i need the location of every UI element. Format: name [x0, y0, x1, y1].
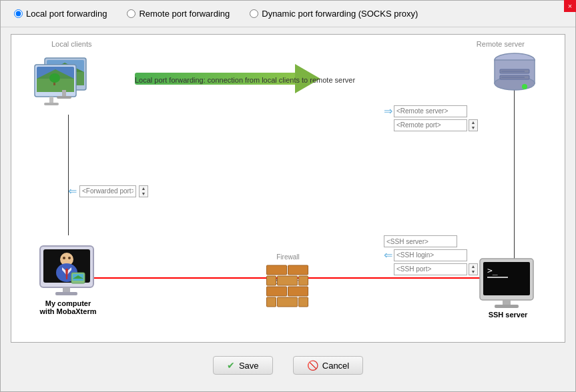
svg-rect-50: [495, 305, 519, 308]
svg-rect-13: [44, 103, 59, 105]
svg-rect-39: [298, 276, 308, 285]
svg-rect-10: [62, 90, 66, 97]
forwarded-port-group: ⇐ ▲ ▼: [68, 185, 148, 197]
local-clients-icon: [31, 55, 98, 115]
save-check-icon: ✔: [227, 360, 235, 371]
ssh-login-row: ⇐: [384, 249, 478, 261]
vertical-line-left: [68, 115, 69, 235]
close-button[interactable]: ×: [564, 0, 576, 12]
remote-input-group: ⇒ ⇒ ▲ ▼: [384, 105, 478, 131]
cancel-icon: 🚫: [307, 360, 318, 371]
svg-rect-42: [266, 297, 276, 307]
svg-rect-33: [63, 287, 70, 293]
firewall-icon: Firewall: [263, 253, 313, 312]
remote-server-row: ⇒: [384, 105, 467, 117]
svg-rect-49: [503, 300, 511, 305]
svg-rect-40: [266, 287, 286, 296]
forwarded-port-spinner[interactable]: ▲ ▼: [139, 185, 148, 197]
radio-local[interactable]: Local port forwarding: [14, 9, 107, 19]
my-computer-svg: [37, 245, 100, 298]
svg-rect-35: [266, 265, 286, 275]
remote-port-up[interactable]: ▲: [469, 120, 477, 125]
ssh-login-input[interactable]: [394, 249, 467, 261]
svg-rect-12: [49, 97, 53, 103]
svg-rect-37: [266, 276, 276, 285]
remote-port-input[interactable]: [394, 119, 467, 131]
diagram-box: Local clients Remote server Local port f…: [11, 34, 565, 343]
svg-rect-44: [298, 297, 308, 307]
arrow-description: Local port forwarding: connection from l…: [135, 76, 355, 84]
forwarded-port-input[interactable]: [79, 185, 136, 197]
ssh-server-label: SSH server: [489, 311, 528, 319]
button-bar: ✔ Save 🚫 Cancel: [11, 349, 565, 385]
ssh-port-up[interactable]: ▲: [469, 264, 477, 269]
svg-text:>_: >_: [487, 265, 498, 275]
save-label: Save: [239, 361, 259, 371]
ssh-server-row: [384, 235, 478, 247]
forwarded-port-up[interactable]: ▲: [139, 186, 148, 191]
ssh-port-down[interactable]: ▼: [469, 269, 477, 275]
remote-server-input[interactable]: [394, 105, 467, 117]
my-computer-icon: My computerwith MobaXterm: [31, 245, 105, 315]
svg-point-19: [522, 84, 527, 89]
svg-rect-43: [277, 297, 297, 307]
my-computer-label: My computerwith MobaXterm: [40, 299, 97, 315]
main-window: × Local port forwarding Remote port forw…: [0, 0, 576, 392]
firewall-svg: [263, 262, 313, 312]
ssh-port-spinner[interactable]: ▲ ▼: [469, 263, 478, 275]
firewall-label: Firewall: [276, 253, 299, 261]
save-button[interactable]: ✔ Save: [213, 356, 273, 375]
svg-rect-41: [288, 287, 308, 296]
local-clients-svg: [31, 55, 98, 111]
ssh-port-row: ⇐ ▲ ▼: [384, 263, 478, 275]
radio-bar: Local port forwarding Remote port forwar…: [1, 1, 575, 27]
label-local-clients: Local clients: [51, 40, 92, 48]
svg-rect-36: [288, 265, 308, 275]
cancel-button[interactable]: 🚫 Cancel: [293, 356, 363, 375]
ssh-server-input[interactable]: [384, 235, 457, 247]
svg-point-9: [49, 73, 60, 83]
remote-server-icon: [488, 48, 541, 108]
svg-point-28: [63, 257, 65, 259]
radio-dynamic[interactable]: Dynamic port forwarding (SOCKS proxy): [250, 9, 418, 19]
svg-point-29: [68, 257, 71, 259]
remote-port-down[interactable]: ▼: [469, 125, 477, 131]
forwarded-port-arrow-icon: ⇐: [68, 185, 77, 197]
ssh-arrow-icon: ⇐: [384, 249, 392, 261]
cancel-label: Cancel: [322, 361, 349, 371]
remote-port-row: ⇒ ▲ ▼: [384, 119, 478, 131]
svg-rect-34: [55, 292, 77, 295]
remote-server-svg: [488, 48, 541, 98]
svg-rect-11: [57, 96, 71, 99]
svg-rect-38: [277, 276, 297, 285]
radio-remote[interactable]: Remote port forwarding: [127, 9, 230, 19]
forwarded-port-down[interactable]: ▼: [139, 191, 148, 197]
remote-server-arrow-icon: ⇒: [384, 105, 392, 117]
remote-port-spinner[interactable]: ▲ ▼: [469, 119, 478, 131]
main-area: Local clients Remote server Local port f…: [1, 27, 575, 391]
ssh-server-icon: >_ SSH server: [471, 257, 545, 319]
ssh-port-input[interactable]: [394, 263, 467, 275]
label-remote-server: Remote server: [477, 40, 525, 48]
ssh-input-group: ⇐ ⇐ ▲ ▼: [384, 235, 478, 275]
ssh-server-svg: >_: [478, 257, 538, 309]
